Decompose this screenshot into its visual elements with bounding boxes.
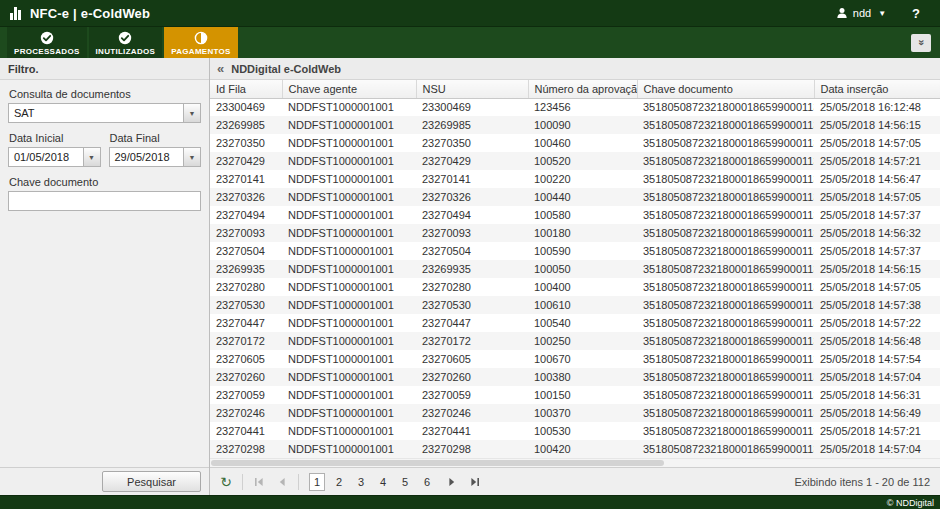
table-cell: NDDFST1000001001 <box>282 332 416 350</box>
table-cell: 25/05/2018 14:57:05 <box>814 134 940 152</box>
page-button[interactable]: 4 <box>375 473 391 491</box>
table-row[interactable]: 23270141NDDFST10000010012327014110022035… <box>210 170 940 188</box>
page-buttons: 123456 <box>309 473 435 491</box>
table-row[interactable]: 23270059NDDFST10000010012327005910015035… <box>210 386 940 404</box>
table-cell: 100520 <box>528 152 637 170</box>
table-cell: 35180508723218000186599000113110093375 <box>637 224 814 242</box>
refresh-button[interactable]: ↻ <box>216 472 236 492</box>
table-cell: 25/05/2018 14:56:49 <box>814 404 940 422</box>
collapse-sidebar-icon[interactable]: « <box>217 62 224 75</box>
table-cell: 23270260 <box>416 368 528 386</box>
table-cell: 123456 <box>528 98 637 116</box>
table-cell: 23269985 <box>210 116 282 134</box>
scrollbar-thumb[interactable] <box>211 460 664 466</box>
chave-input[interactable] <box>8 191 201 211</box>
table-cell: 23270246 <box>210 404 282 422</box>
table-cell: 23270059 <box>210 386 282 404</box>
table-row[interactable]: 23270447NDDFST10000010012327044710054035… <box>210 314 940 332</box>
chevron-down-icon[interactable]: ▼ <box>183 148 200 166</box>
table-row[interactable]: 23270093NDDFST10000010012327009310018035… <box>210 224 940 242</box>
titlebar-right: ndd ▼ ? <box>836 6 930 21</box>
tab-processados[interactable]: PROCESSADOS <box>7 27 87 58</box>
page-button[interactable]: 2 <box>331 473 347 491</box>
refresh-icon: ↻ <box>220 475 232 489</box>
table-cell: NDDFST1000001001 <box>282 134 416 152</box>
column-header[interactable]: Id Fila <box>210 80 282 98</box>
table-row[interactable]: 23270441NDDFST10000010012327044110053035… <box>210 422 940 440</box>
first-page-icon <box>254 477 264 487</box>
toolbar-separator <box>242 474 243 490</box>
table-cell: 23270141 <box>416 170 528 188</box>
page-button[interactable]: 3 <box>353 473 369 491</box>
table-row[interactable]: 23270280NDDFST10000010012327028010040035… <box>210 278 940 296</box>
chevron-down-icon: ▼ <box>878 9 886 18</box>
data-final-input[interactable]: 29/05/2018 ▼ <box>109 147 202 167</box>
table-row[interactable]: 23300469NDDFST10000010012330046912345635… <box>210 98 940 116</box>
table-row[interactable]: 23270494NDDFST10000010012327049410058035… <box>210 206 940 224</box>
table-row[interactable]: 23270172NDDFST10000010012327017210025035… <box>210 332 940 350</box>
tab-pagamentos[interactable]: PAGAMENTOS <box>164 27 238 58</box>
table-row[interactable]: 23270504NDDFST10000010012327050410059035… <box>210 242 940 260</box>
table-cell: 100420 <box>528 440 637 458</box>
half-circle-icon <box>194 31 208 45</box>
table-cell: NDDFST1000001001 <box>282 98 416 116</box>
table-cell: 23270326 <box>210 188 282 206</box>
table-row[interactable]: 23270326NDDFST10000010012327032610044035… <box>210 188 940 206</box>
table-cell: NDDFST1000001001 <box>282 260 416 278</box>
table-row[interactable]: 23270260NDDFST10000010012327026010038035… <box>210 368 940 386</box>
page-button[interactable]: 6 <box>419 473 435 491</box>
table-row[interactable]: 23269985NDDFST10000010012326998510009035… <box>210 116 940 134</box>
table-row[interactable]: 23270605NDDFST10000010012327060510067035… <box>210 350 940 368</box>
column-header[interactable]: Data inserção <box>814 80 940 98</box>
table-cell: 35180508723218000186599000113110093375 <box>637 152 814 170</box>
consulta-selected-value: SAT <box>9 104 183 122</box>
help-button[interactable]: ? <box>912 6 920 21</box>
app-logo-icon <box>10 7 21 20</box>
column-header[interactable]: Número da aprovação <box>528 80 637 98</box>
documents-grid: Id FilaChave agenteNSUNúmero da aprovaçã… <box>210 80 940 458</box>
column-header[interactable]: Chave documento <box>637 80 814 98</box>
table-cell: NDDFST1000001001 <box>282 116 416 134</box>
data-inicial-input[interactable]: 01/05/2018 ▼ <box>8 147 101 167</box>
table-cell: 25/05/2018 14:57:22 <box>814 314 940 332</box>
table-cell: 25/05/2018 14:57:54 <box>814 350 940 368</box>
table-row[interactable]: 23270298NDDFST10000010012327029810042035… <box>210 440 940 458</box>
column-header[interactable]: NSU <box>416 80 528 98</box>
table-cell: 23270429 <box>210 152 282 170</box>
column-header[interactable]: Chave agente <box>282 80 416 98</box>
table-row[interactable]: 23270429NDDFST10000010012327042910052035… <box>210 152 940 170</box>
horizontal-scrollbar[interactable] <box>210 458 940 467</box>
filter-panel-footer: Pesquisar <box>0 467 209 495</box>
tab-inutilizados[interactable]: INUTILIZADOS <box>89 27 163 58</box>
last-page-button[interactable] <box>465 472 485 492</box>
table-cell: 23270494 <box>210 206 282 224</box>
check-circle-icon <box>118 31 132 45</box>
pesquisar-button[interactable]: Pesquisar <box>102 471 201 492</box>
data-inicial-field: Data Inicial 01/05/2018 ▼ <box>8 132 101 167</box>
main-panel-title: NDDigital e-ColdWeb <box>231 63 341 75</box>
table-cell: 100090 <box>528 116 637 134</box>
table-cell: 23270504 <box>210 242 282 260</box>
table-row[interactable]: 23270530NDDFST10000010012327053010061035… <box>210 296 940 314</box>
consulta-select[interactable]: SAT ▼ <box>8 103 201 123</box>
main-panel-header: « NDDigital e-ColdWeb <box>210 58 940 80</box>
table-cell: 35180508723218000186599000113110093375 <box>637 440 814 458</box>
table-row[interactable]: 23270350NDDFST10000010012327035010046035… <box>210 134 940 152</box>
table-cell: 23270059 <box>416 386 528 404</box>
first-page-button[interactable] <box>249 472 269 492</box>
chevron-down-icon[interactable]: ▼ <box>83 148 100 166</box>
prev-page-button[interactable] <box>272 472 292 492</box>
next-page-button[interactable] <box>442 472 462 492</box>
user-menu[interactable]: ndd ▼ <box>836 7 886 19</box>
copyright-text: © NDDigital <box>887 498 934 508</box>
table-cell: 23269935 <box>416 260 528 278</box>
table-cell: 351805087232180001865990001131100933613 <box>637 98 814 116</box>
chevron-down-icon[interactable]: ▼ <box>183 104 200 122</box>
chave-label: Chave documento <box>9 176 201 188</box>
collapse-ribbon-button[interactable]: » <box>911 34 931 52</box>
page-button[interactable]: 5 <box>397 473 413 491</box>
table-cell: NDDFST1000001001 <box>282 440 416 458</box>
table-row[interactable]: 23269935NDDFST10000010012326993510005035… <box>210 260 940 278</box>
table-row[interactable]: 23270246NDDFST10000010012327024610037035… <box>210 404 940 422</box>
page-button-current[interactable]: 1 <box>309 473 325 491</box>
